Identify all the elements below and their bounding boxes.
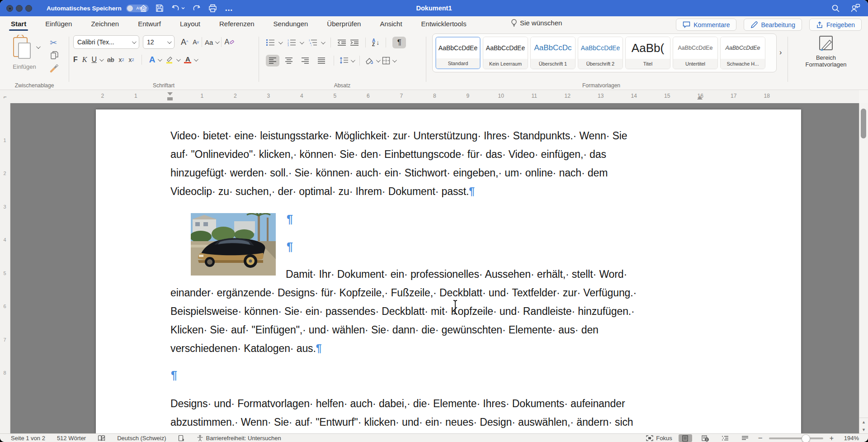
ribbon-tab[interactable]: Entwicklertools [420,17,467,30]
ribbon-tab[interactable]: Überprüfen [326,17,362,30]
undo-icon[interactable] [171,4,185,12]
ribbon-tab[interactable]: Referenzen [218,17,255,30]
change-case-button[interactable]: Aa [205,38,218,46]
show-formatting-marks-button[interactable]: ¶ [392,37,406,48]
spellcheck-icon[interactable] [98,435,105,442]
word-count[interactable]: 512 Wörter [57,435,86,442]
style-untertitel[interactable]: AaBbCcDdEeUntertitel [673,37,718,69]
tab-selector[interactable]: ⌐ [0,90,10,104]
style-schwache-hervorhebung[interactable]: AaBbCcDdEeSchwache H... [720,37,765,69]
style-ueberschrift-2[interactable]: AaBbCcDdEeÜberschrift 2 [578,37,623,69]
zoom-in-button[interactable]: + [830,434,834,442]
multilevel-list-button[interactable]: 1ai [308,39,317,46]
sort-button[interactable]: AZ↓ [372,38,379,47]
zoom-slider[interactable] [769,437,823,439]
minimize-window-button[interactable] [16,5,23,12]
print-layout-view-button[interactable] [679,434,692,442]
increase-indent-button[interactable] [350,39,359,46]
draft-view-button[interactable] [738,434,752,442]
shading-button[interactable] [365,57,379,65]
redo-icon[interactable] [193,4,201,12]
right-indent-marker[interactable] [697,96,703,100]
vertical-scrollbar[interactable]: ▲▼ [859,103,868,433]
zoom-out-button[interactable]: − [758,434,763,442]
account-icon[interactable] [850,4,861,13]
align-left-button[interactable] [266,55,279,67]
paste-menu-chevron[interactable] [36,44,41,49]
share-button[interactable]: Freigeben [809,19,862,31]
close-window-button[interactable] [6,5,13,12]
print-icon[interactable] [208,4,217,12]
ribbon-tab[interactable]: Ansicht [379,17,403,30]
copy-icon[interactable] [51,51,58,60]
svg-text:a: a [310,42,311,44]
web-layout-view-button[interactable] [698,434,712,442]
search-icon[interactable] [831,4,840,13]
zoom-slider-knob[interactable] [802,434,810,442]
multilevel-chevron[interactable] [321,40,326,44]
svg-text:i: i [311,44,311,46]
style-ueberschrift-1[interactable]: AaBbCcDcÜberschrift 1 [530,37,576,69]
font-name-select[interactable]: Calibri (Tex... [73,35,139,49]
bold-button[interactable]: F [73,56,78,64]
decrease-indent-button[interactable] [337,39,346,46]
document-page[interactable]: Video· bietet· eine· leistungsstarke· Mö… [96,109,801,433]
bullets-button[interactable] [266,39,275,46]
clear-formatting-button[interactable]: A [224,38,234,46]
tab-help[interactable]: Sie wünschen [510,16,563,29]
paste-button[interactable] [13,35,33,61]
align-right-button[interactable] [298,55,312,67]
style-titel[interactable]: AaBb(Titel [625,37,670,69]
font-size-select[interactable]: 12 [143,35,175,49]
format-painter-icon[interactable] [49,63,60,73]
highlight-button[interactable] [165,56,179,64]
ribbon-tab[interactable]: Start [10,17,27,30]
ribbon-tab[interactable]: Einfügen [44,17,73,30]
ribbon-tab[interactable]: Layout [179,17,201,30]
superscript-button[interactable]: x2 [129,56,134,63]
styles-pane-button[interactable]: BereichFormatvorlagen [792,35,860,68]
scrollbar-thumb[interactable] [861,109,866,138]
more-icon[interactable]: … [225,4,233,13]
grow-font-button[interactable]: A^ [181,38,188,47]
horizontal-ruler[interactable]: 21 123456789101112131415161718 [10,90,859,104]
borders-button[interactable] [382,57,396,65]
vertical-ruler[interactable]: 12345678 [0,103,10,433]
line-spacing-button[interactable] [340,57,354,64]
focus-mode-button[interactable]: Fokus [646,435,672,442]
home-icon[interactable] [139,4,148,13]
ribbon-tab[interactable]: Zeichnen [90,17,120,30]
ribbon-tab[interactable]: Entwurf [137,17,162,30]
style-kein-leerraum[interactable]: AaBbCcDdEeKein Leerraum [483,37,528,69]
styles-gallery-more-chevron[interactable]: › [779,48,782,57]
underline-button[interactable]: U [91,56,103,64]
scrollbar-buttons[interactable]: ▲▼ [859,418,868,433]
shrink-font-button[interactable]: Av [193,38,199,46]
inline-image-car[interactable] [191,213,276,276]
ribbon-tab[interactable]: Sendungen [273,17,309,30]
zoom-level[interactable]: 194% [840,435,859,442]
cut-icon[interactable]: ✂ [50,38,57,48]
font-color-button[interactable]: A [184,56,197,64]
indent-marker[interactable] [167,92,173,100]
page-indicator[interactable]: Seite 1 von 2 [11,435,45,442]
comments-button[interactable]: Kommentare [676,19,736,31]
italic-button[interactable]: K [82,56,87,64]
zoom-window-button[interactable] [25,5,32,12]
macro-record-icon[interactable] [178,435,185,442]
numbering-chevron[interactable] [300,40,304,44]
strikethrough-button[interactable]: ab [107,56,114,63]
save-icon[interactable] [156,4,164,12]
align-center-button[interactable] [282,55,296,67]
language-indicator[interactable]: Deutsch (Schweiz) [117,435,166,442]
style-standard[interactable]: AaBbCcDdEeStandard [435,37,481,69]
subscript-button[interactable]: x2 [119,56,124,63]
numbering-button[interactable]: 123 [287,39,296,46]
outline-view-button[interactable] [718,434,732,442]
editing-mode-button[interactable]: Bearbeitung [744,19,802,31]
justify-button[interactable] [315,55,328,67]
text-effects-button[interactable]: A [149,55,161,65]
pencil-icon [750,21,758,29]
accessibility-status[interactable]: Barrierefreiheit: Untersuchen [197,435,281,442]
bullets-chevron[interactable] [278,40,283,44]
